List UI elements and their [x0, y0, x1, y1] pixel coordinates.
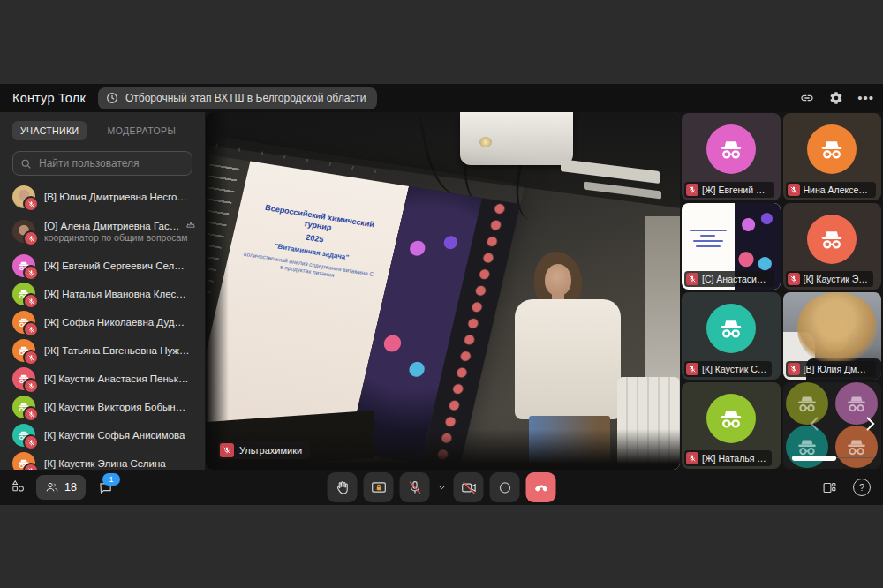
participants-count: 18: [64, 481, 77, 494]
participant-row[interactable]: [В] Юлия Дмитриевна Несгов…: [0, 183, 205, 211]
avatar: [706, 304, 756, 353]
search-box[interactable]: [12, 151, 192, 176]
layout-view-icon[interactable]: [822, 480, 837, 495]
muted-mic-badge: [23, 434, 39, 450]
participant-row[interactable]: [К] Каустик Софья Анисимова: [0, 421, 205, 449]
muted-mic-badge: [23, 350, 39, 366]
tile-name: [В] Юлия Дми…: [804, 364, 871, 374]
tab-moderators[interactable]: МОДЕРАТОРЫ: [99, 121, 184, 140]
screen-share-locked-button[interactable]: [364, 472, 394, 502]
muted-mic-badge: [686, 452, 698, 464]
muted-mic-badge: [23, 230, 39, 246]
incognito-icon: [717, 404, 745, 433]
video-tile[interactable]: Нина Алексее…: [783, 113, 882, 200]
search-icon: [20, 158, 32, 170]
camera-off-button[interactable]: [454, 472, 484, 502]
app-title: Контур Толк: [12, 91, 86, 105]
tile-name-label: [К] Каустик С…: [684, 361, 772, 377]
main-video-tile[interactable]: Всероссийский химический турнир 2025 "Ви…: [206, 112, 680, 470]
muted-mic-badge: [23, 265, 39, 281]
desktop-backdrop: Контур Толк Отборочный этап ВХТШ в Белго…: [0, 0, 883, 588]
people-icon: [45, 480, 59, 494]
participant-name: [Ж] Татьяна Евгеньевна Нужн…: [44, 345, 190, 356]
tile-name: [Ж] Наталья …: [702, 453, 766, 464]
avatar: [706, 124, 756, 174]
muted-mic-badge: [23, 196, 39, 212]
video-tile[interactable]: [К] Каустик Э…: [783, 203, 882, 290]
incognito-icon: [818, 225, 846, 253]
chat-button[interactable]: 1: [96, 475, 116, 500]
participant-row[interactable]: [Ж] Татьяна Евгеньевна Нужн…: [0, 336, 205, 365]
mic-muted-button[interactable]: [400, 472, 430, 502]
record-button[interactable]: [490, 472, 520, 502]
more-menu-icon[interactable]: •••: [857, 94, 874, 102]
avatar: [12, 424, 35, 447]
participant-name: [К] Каустик Анастасия Пенько…: [44, 373, 190, 384]
avatar: [12, 396, 35, 418]
next-page-icon[interactable]: [861, 412, 879, 439]
help-icon[interactable]: ?: [853, 479, 871, 496]
camera-off-icon: [460, 479, 477, 496]
participant-row[interactable]: [К] Каустик Анастасия Пенько…: [0, 365, 205, 393]
hair: [797, 292, 877, 365]
raise-hand-button[interactable]: [328, 472, 358, 502]
projector-lens: [479, 137, 492, 147]
video-tile[interactable]: [Ж] Наталья …: [682, 382, 781, 470]
video-tile[interactable]: [Ж] Евгений С…: [682, 113, 781, 200]
participant-row[interactable]: [Ж] Софья Николаевна Дудина: [0, 308, 205, 336]
participant-name: [К] Каустик Софья Анисимова: [44, 430, 190, 441]
participant-row[interactable]: [Ж] Наталья Ивановна Клесто…: [0, 280, 205, 308]
tile-name-label: [К] Каустик Э…: [786, 271, 873, 287]
participants-panel: УЧАСТНИКИ МОДЕРАТОРЫ [В] Юлия Дмитриевна…: [0, 112, 205, 470]
video-grid: [Ж] Евгений С… Нина Алексее…: [682, 113, 881, 470]
meeting-title: Отборочный этап ВХТШ в Белгородской обла…: [125, 92, 366, 104]
record-icon: [496, 479, 513, 496]
avatar: [12, 339, 35, 362]
tile-name-label: [Ж] Евгений С…: [684, 182, 774, 198]
muted-mic-badge: [23, 406, 39, 422]
tab-participants[interactable]: УЧАСТНИКИ: [12, 121, 87, 140]
prev-page-icon[interactable]: [806, 412, 824, 439]
tile-name: [К] Каустик Э…: [804, 274, 868, 284]
avatar: [12, 311, 35, 334]
participant-name: [В] Юлия Дмитриевна Несгов…: [44, 192, 190, 202]
owner-crown-icon: [185, 218, 196, 234]
search-input[interactable]: [37, 156, 185, 170]
avatar: [807, 215, 857, 264]
participant-row[interactable]: [К] Каустик Элина Селина: [0, 449, 205, 470]
participants-button[interactable]: 18: [36, 475, 86, 500]
door-panel: [645, 216, 680, 384]
muted-mic-badge: [686, 184, 698, 196]
hand-icon: [334, 479, 351, 496]
video-tile[interactable]: [К] Каустик С…: [682, 292, 781, 380]
panel-tabs: УЧАСТНИКИ МОДЕРАТОРЫ: [0, 112, 205, 144]
video-tile-overflow[interactable]: [783, 382, 882, 470]
video-tile-camera[interactable]: [В] Юлия Дми…: [783, 292, 882, 380]
presenter-face: [545, 264, 571, 296]
participant-name: [Ж] Евгений Сергеевич Селив…: [44, 260, 190, 271]
grid-scrollbar-thumb[interactable]: [792, 456, 836, 461]
avatar: [12, 220, 35, 243]
video-tile-screenshare[interactable]: [С] Анастасия…: [682, 203, 781, 290]
hang-up-button[interactable]: [526, 472, 556, 502]
speaker-name: Ультрахимики: [239, 445, 302, 456]
participant-row[interactable]: [Ж] Евгений Сергеевич Селив…: [0, 252, 205, 280]
participant-row[interactable]: [К] Каустик Виктория Бобыни…: [0, 393, 205, 421]
branding-shapes-icon[interactable]: [11, 479, 26, 497]
muted-mic-badge: [23, 293, 39, 309]
meeting-icon: [105, 91, 120, 106]
settings-gear-icon[interactable]: [828, 91, 843, 106]
muted-mic-badge: [220, 443, 234, 457]
screen-share-lock-icon: [370, 479, 387, 496]
avatar: [12, 452, 35, 470]
incognito-icon: [818, 135, 846, 163]
chevron-down-icon: [437, 483, 446, 492]
avatar: [12, 254, 35, 277]
meeting-title-pill[interactable]: Отборочный этап ВХТШ в Белгородской обла…: [98, 87, 377, 109]
mic-options-chevron[interactable]: [436, 483, 448, 492]
copy-link-icon[interactable]: [799, 91, 814, 106]
muted-mic-badge: [788, 363, 800, 375]
mic-muted-icon: [406, 479, 423, 496]
participant-name: [О] Алена Дмитриевна Гас…: [44, 221, 190, 231]
participant-row[interactable]: [О] Алена Дмитриевна Гас… координатор по…: [0, 211, 205, 252]
